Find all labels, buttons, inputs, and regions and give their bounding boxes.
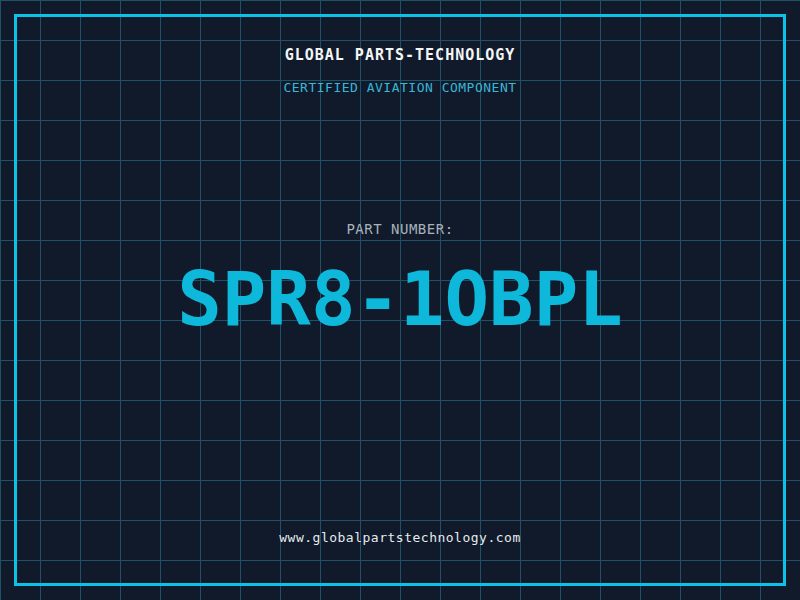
part-number-value: SPR8-1OBPL: [0, 262, 800, 336]
website-url: www.globalpartstechnology.com: [0, 529, 800, 547]
brand-title: GLOBAL PARTS-TECHNOLOGY: [0, 45, 800, 65]
certification-subtitle: CERTIFIED AVIATION COMPONENT: [0, 79, 800, 97]
grid-background: GLOBAL PARTS-TECHNOLOGY CERTIFIED AVIATI…: [0, 0, 800, 600]
part-number-label: PART NUMBER:: [0, 220, 800, 238]
